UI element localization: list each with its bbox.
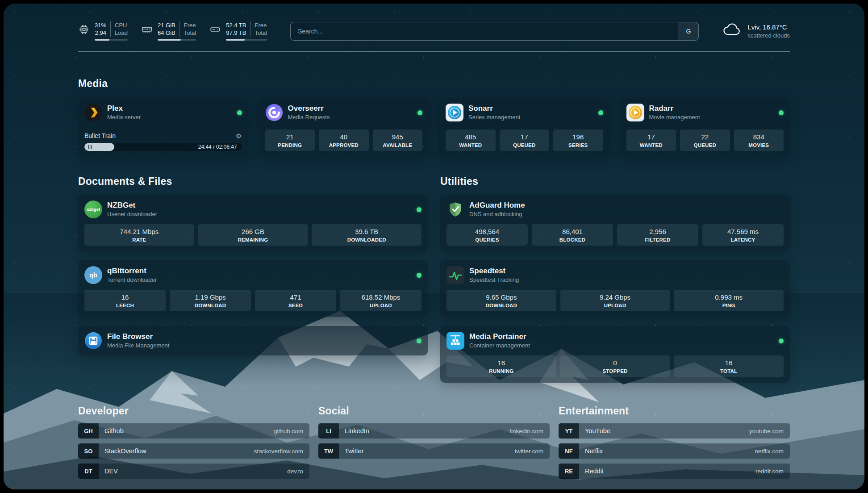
developer-section-title: Developer: [78, 405, 309, 417]
cpu-bar: [95, 39, 128, 41]
status-dot: [417, 338, 421, 343]
cpu-icon: [78, 24, 90, 37]
topbar-divider: [78, 51, 790, 52]
plex-card[interactable]: Plex Media server Bullet Train ⚙ 24:44 /…: [78, 98, 248, 157]
bookmark-url: youtube.com: [749, 428, 784, 435]
qbittorrent-icon: qb: [84, 266, 102, 284]
social-section-title: Social: [318, 405, 550, 417]
portainer-card[interactable]: Media Portainer Container management 16R…: [440, 326, 790, 383]
disk-total: 97.9 TB: [226, 29, 246, 37]
bookmark-url: dev.to: [287, 468, 303, 475]
nzbget-card[interactable]: nzbget NZBGet Usenet downloader 744.21 M…: [78, 195, 428, 251]
cpu-load-label: Load: [110, 29, 128, 37]
adguard-card[interactable]: AdGuard Home DNS and adblocking 498,564Q…: [440, 195, 790, 251]
playback-time: 24:44 / 02:06:47: [198, 143, 237, 151]
pause-icon: [88, 145, 92, 149]
settings-icon[interactable]: ⚙: [236, 133, 242, 139]
memory-bar: [158, 39, 196, 41]
status-dot: [417, 273, 421, 278]
social-section: Social LI LinkedIn linkedin.com TW Twitt…: [318, 405, 550, 479]
documents-section-title: Documents & Files: [78, 175, 428, 188]
bookmark-abbr: YT: [559, 423, 579, 439]
search-bar: G: [290, 22, 699, 41]
bookmark-dev[interactable]: DT DEV dev.to: [78, 464, 309, 479]
bookmark-netflix[interactable]: NF Netflix netflix.com: [559, 443, 790, 459]
bookmark-twitter[interactable]: TW Twitter twitter.com: [318, 443, 550, 459]
developer-section: Developer GH Github github.com SO StackO…: [78, 405, 309, 479]
service-subtitle: Media File Management: [107, 342, 169, 349]
qbittorrent-card[interactable]: qb qBittorrent Torrent downloader 16LEEC…: [78, 260, 428, 317]
bookmark-github[interactable]: GH Github github.com: [78, 423, 309, 439]
cloud-icon: [722, 23, 742, 39]
stat-filtered: 2,956FILTERED: [617, 224, 698, 246]
filebrowser-card[interactable]: File Browser Media File Management: [78, 326, 428, 355]
bookmark-name: DEV: [104, 468, 118, 475]
disk-bar: [226, 39, 267, 41]
plex-icon: [84, 104, 102, 121]
bookmark-youtube[interactable]: YT YouTube youtube.com: [559, 423, 790, 439]
stat-total: 16TOTAL: [674, 355, 784, 377]
disk-free: 52.4 TB: [226, 21, 246, 29]
bookmark-name: Netflix: [585, 447, 603, 455]
memory-icon: [141, 24, 153, 37]
status-dot: [779, 110, 784, 115]
stat-movies: 834MOVIES: [734, 130, 784, 151]
stat-download: 9.65 GbpsDOWNLOAD: [447, 290, 556, 311]
bookmark-url: stackoverflow.com: [254, 448, 303, 455]
memory-free: 21 GiB: [158, 21, 175, 29]
service-subtitle: Speedtest Tracking: [469, 276, 519, 284]
top-bar: 31% CPU 2.94 Load 21: [78, 21, 790, 41]
stat-wanted: 485WANTED: [446, 130, 496, 151]
overseerr-icon: [265, 104, 283, 121]
memory-total: 64 GiB: [158, 29, 175, 37]
stat-queries: 498,564QUERIES: [447, 224, 528, 246]
bookmark-name: StackOverflow: [104, 447, 146, 455]
stat-ping: 0.993 msPING: [674, 290, 784, 311]
service-name: Media Portainer: [469, 332, 530, 341]
bookmark-url: github.com: [274, 428, 303, 435]
utilities-section: Utilities AdGuard Home: [440, 175, 790, 383]
stat-pending: 21PENDING: [265, 130, 315, 151]
stat-upload: 618.52 MbpsUPLOAD: [340, 290, 421, 311]
service-name: qBittorrent: [107, 267, 157, 276]
stat-stopped: 0STOPPED: [560, 355, 670, 377]
stat-running: 16RUNNING: [447, 355, 556, 377]
status-dot: [598, 110, 603, 115]
status-dot: [417, 207, 421, 212]
cpu-widget: 31% CPU 2.94 Load: [78, 21, 128, 41]
bookmark-name: Github: [104, 427, 124, 435]
disk-free-label: Free: [250, 21, 267, 29]
bookmark-reddit[interactable]: RE Reddit reddit.com: [559, 464, 790, 479]
bookmark-linkedin[interactable]: LI LinkedIn linkedin.com: [318, 423, 550, 439]
speedtest-card[interactable]: Speedtest Speedtest Tracking 9.65 GbpsDO…: [440, 260, 790, 317]
overseerr-card[interactable]: Overseerr Media Requests 21PENDING 40APP…: [259, 98, 429, 157]
service-subtitle: Media Requests: [288, 113, 330, 121]
stat-available: 945AVAILABLE: [373, 130, 423, 151]
bookmark-stackoverflow[interactable]: SO StackOverflow stackoverflow.com: [78, 443, 309, 459]
service-subtitle: Movie management: [649, 113, 700, 121]
stat-queued: 17QUEUED: [500, 130, 550, 151]
cpu-percent: 31%: [95, 21, 106, 29]
stat-leech: 16LEECH: [84, 290, 166, 311]
disk-widget: 52.4 TB Free 97.9 TB Total: [209, 21, 267, 41]
service-name: Sonarr: [468, 104, 520, 113]
service-name: Speedtest: [469, 267, 519, 276]
search-input[interactable]: [291, 22, 678, 40]
service-name: Plex: [107, 104, 141, 113]
service-subtitle: Container management: [469, 342, 530, 349]
bookmark-abbr: LI: [318, 423, 339, 439]
service-name: Radarr: [649, 104, 700, 113]
stat-download: 1.19 GbpsDOWNLOAD: [170, 290, 251, 311]
bookmark-abbr: RE: [559, 464, 579, 479]
service-subtitle: DNS and adblocking: [469, 210, 525, 218]
media-section: Media Plex Media server: [78, 78, 790, 157]
now-playing-title: Bullet Train: [84, 132, 116, 139]
sonarr-card[interactable]: Sonarr Series management 485WANTED 17QUE…: [439, 98, 609, 157]
stat-queued: 22QUEUED: [680, 130, 730, 151]
bookmark-abbr: TW: [318, 443, 339, 459]
search-engine-button[interactable]: G: [678, 22, 698, 40]
cpu-label: CPU: [110, 21, 128, 29]
memory-widget: 21 GiB Free 64 GiB Total: [141, 21, 196, 41]
radarr-card[interactable]: Radarr Movie management 17WANTED 22QUEUE…: [620, 98, 790, 157]
service-name: AdGuard Home: [469, 201, 525, 210]
